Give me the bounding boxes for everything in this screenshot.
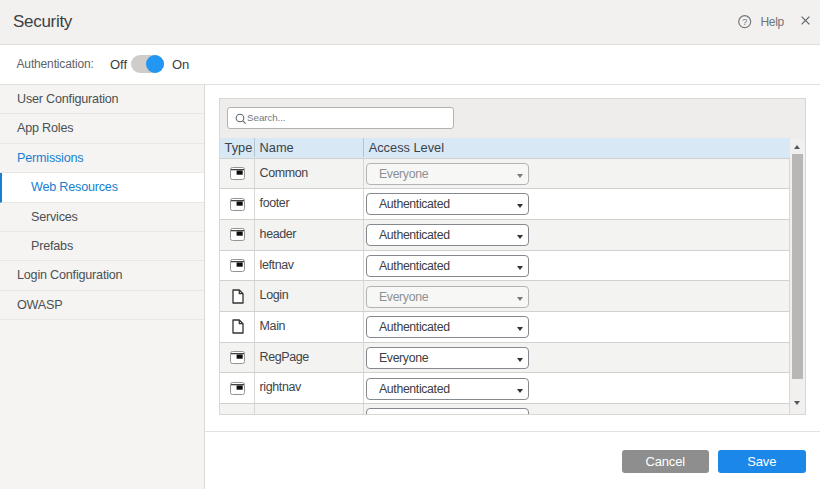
svg-text:?: ? <box>742 17 747 27</box>
